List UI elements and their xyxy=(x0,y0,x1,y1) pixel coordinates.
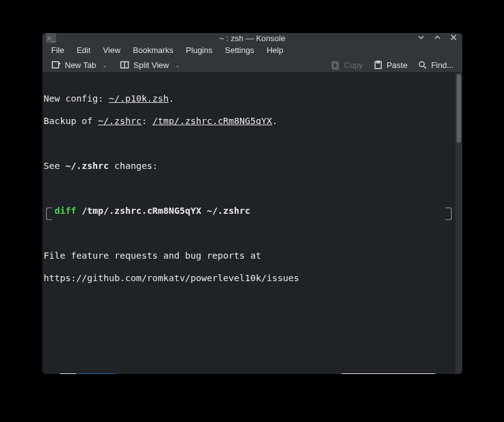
terminal-area: New config: ~/.p10k.zsh. Backup of ~/.zs… xyxy=(42,73,462,374)
menu-bookmarks[interactable]: Bookmarks xyxy=(126,43,179,57)
menubar: File Edit View Bookmarks Plugins Setting… xyxy=(42,43,462,57)
new-tab-button[interactable]: New Tab ⌄ xyxy=(47,57,113,72)
dir-segment: 🏠 ~ xyxy=(76,373,115,374)
prompt-bracket-right xyxy=(445,208,452,220)
dir-text: ~ xyxy=(102,373,108,374)
copy-label: Copy xyxy=(344,60,363,70)
svg-line-8 xyxy=(424,66,426,69)
text: See xyxy=(44,161,65,171)
chevron-down-icon[interactable]: ⌄ xyxy=(173,62,183,69)
text: Backup of xyxy=(44,116,98,126)
time-segment: at 11:10:11 PM ⊙ xyxy=(338,373,439,374)
text: changes: xyxy=(109,161,158,171)
search-icon xyxy=(417,60,427,70)
os-segment: ⋀ xyxy=(56,373,76,374)
text-bold: ~/.zshrc xyxy=(65,161,109,171)
split-view-label: Split View xyxy=(133,60,169,70)
new-tab-label: New Tab xyxy=(65,60,96,70)
time-value: 11:10:11 PM xyxy=(364,373,424,374)
svg-rect-0 xyxy=(52,62,59,68)
find-label: Find... xyxy=(431,60,454,70)
menu-edit[interactable]: Edit xyxy=(70,43,97,57)
clock-icon: ⊙ xyxy=(427,373,433,374)
find-button[interactable]: Find... xyxy=(414,57,457,72)
diff-command: diff xyxy=(54,206,76,216)
terminal-content[interactable]: New config: ~/.p10k.zsh. Backup of ~/.zs… xyxy=(42,73,455,374)
paste-icon xyxy=(373,60,383,70)
text: File feature requests and bug reports at xyxy=(42,250,455,261)
prompt-right: ✔ at 11:10:11 PM ⊙ xyxy=(328,373,452,374)
copy-button: Copy xyxy=(326,57,366,72)
scrollbar[interactable] xyxy=(455,73,462,374)
konsole-window: >_ ~ : zsh — Konsole File Edit View Book… xyxy=(42,33,462,374)
diff-args: /tmp/.zshrc.cRm8NG5qYX ~/.zshrc xyxy=(82,206,250,216)
maximize-button[interactable] xyxy=(432,34,442,43)
toolbar: New Tab ⌄ Split View ⌄ Copy xyxy=(42,57,462,73)
window-title: ~ : zsh — Konsole xyxy=(219,34,285,43)
split-view-icon xyxy=(120,60,130,70)
scrollbar-thumb[interactable] xyxy=(457,74,461,143)
menu-help[interactable]: Help xyxy=(260,43,290,57)
path-link[interactable]: ~/.zshrc xyxy=(98,116,141,126)
svg-point-7 xyxy=(419,62,424,67)
path-link[interactable]: /tmp/.zshrc.cRm8NG5qYX xyxy=(153,116,272,126)
path-link[interactable]: ~/.p10k.zsh xyxy=(109,94,169,103)
menu-view[interactable]: View xyxy=(97,43,126,57)
menu-plugins[interactable]: Plugins xyxy=(179,43,219,57)
text: . xyxy=(169,94,174,103)
prompt-left: ⋀ 🏠 ~ xyxy=(46,373,115,374)
time-prefix: at xyxy=(344,373,360,374)
text: New config: xyxy=(44,94,109,103)
menu-settings[interactable]: Settings xyxy=(219,43,260,57)
minimize-button[interactable] xyxy=(416,34,426,43)
app-icon: >_ xyxy=(46,33,56,43)
prompt-row: ⋀ 🏠 ~ ✔ at 11:10:11 PM ⊙ xyxy=(42,373,455,374)
copy-icon xyxy=(330,60,340,70)
close-button[interactable] xyxy=(449,34,459,43)
url-text: https://github.com/romkatv/powerlevel10k… xyxy=(42,272,455,284)
chevron-down-icon[interactable]: ⌄ xyxy=(100,62,110,69)
text: . xyxy=(272,116,278,126)
new-tab-icon xyxy=(51,60,61,70)
text: : xyxy=(141,116,152,126)
menu-file[interactable]: File xyxy=(45,43,70,57)
split-view-button[interactable]: Split View ⌄ xyxy=(116,57,186,72)
titlebar[interactable]: >_ ~ : zsh — Konsole xyxy=(42,33,462,43)
paste-button[interactable]: Paste xyxy=(369,57,411,72)
paste-label: Paste xyxy=(387,60,407,70)
prompt-bracket-left xyxy=(46,208,52,220)
home-icon: 🏠 xyxy=(87,373,96,374)
